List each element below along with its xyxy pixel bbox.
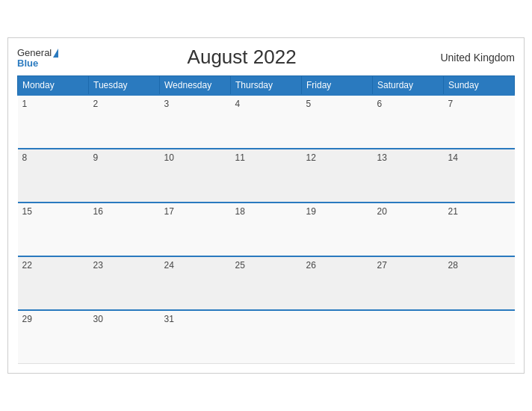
day-number: 26 <box>306 260 316 271</box>
day-number: 11 <box>235 152 245 163</box>
day-number: 7 <box>448 99 454 109</box>
day-number: 19 <box>306 206 316 217</box>
calendar-day-cell: 29 <box>18 310 89 364</box>
logo: General Blue <box>17 46 58 69</box>
calendar-day-cell: 16 <box>89 203 160 256</box>
calendar-day-cell <box>373 310 444 364</box>
calendar-day-cell: 11 <box>231 149 302 203</box>
day-number: 6 <box>377 99 383 109</box>
calendar-day-cell: 8 <box>18 149 89 203</box>
calendar-day-cell: 5 <box>302 95 373 149</box>
calendar-day-cell: 3 <box>160 95 231 149</box>
day-number: 2 <box>93 99 99 109</box>
calendar-day-cell: 15 <box>18 203 89 256</box>
day-number: 3 <box>164 99 170 109</box>
day-number: 30 <box>93 314 103 324</box>
calendar-day-cell: 27 <box>373 256 444 310</box>
day-number: 18 <box>235 206 245 217</box>
weekday-header-tuesday: Tuesday <box>89 75 160 95</box>
calendar-day-cell: 6 <box>373 95 444 149</box>
calendar-day-cell: 14 <box>444 149 515 203</box>
calendar-container: General Blue August 2022 United Kingdom … <box>7 37 525 374</box>
weekday-header-friday: Friday <box>302 75 373 95</box>
calendar-day-cell <box>231 310 302 364</box>
calendar-week-row: 891011121314 <box>18 149 515 203</box>
calendar-week-row: 15161718192021 <box>18 203 515 256</box>
weekday-header-monday: Monday <box>18 75 89 95</box>
day-number: 9 <box>93 152 99 163</box>
calendar-week-row: 22232425262728 <box>18 256 515 310</box>
weekday-header-saturday: Saturday <box>373 75 444 95</box>
day-number: 28 <box>448 260 458 271</box>
calendar-day-cell: 21 <box>444 203 515 256</box>
calendar-week-row: 1234567 <box>18 95 515 149</box>
day-number: 31 <box>164 314 174 324</box>
calendar-day-cell: 9 <box>89 149 160 203</box>
day-number: 23 <box>93 260 103 271</box>
logo-blue-text: Blue <box>17 58 38 69</box>
logo-general-text: General <box>17 46 58 59</box>
calendar-day-cell: 4 <box>231 95 302 149</box>
logo-triangle-icon <box>53 49 58 58</box>
calendar-region: United Kingdom <box>425 52 515 64</box>
day-number: 15 <box>22 206 32 217</box>
day-number: 16 <box>93 206 103 217</box>
day-number: 14 <box>448 152 458 163</box>
calendar-day-cell: 10 <box>160 149 231 203</box>
calendar-title: August 2022 <box>58 46 425 69</box>
calendar-day-cell: 13 <box>373 149 444 203</box>
calendar-week-row: 293031 <box>18 310 515 364</box>
day-number: 5 <box>306 99 312 109</box>
calendar-day-cell: 7 <box>444 95 515 149</box>
calendar-day-cell: 12 <box>302 149 373 203</box>
day-number: 21 <box>448 206 458 217</box>
calendar-day-cell: 22 <box>18 256 89 310</box>
weekday-header-sunday: Sunday <box>444 75 515 95</box>
calendar-day-cell: 23 <box>89 256 160 310</box>
day-number: 13 <box>377 152 387 163</box>
calendar-day-cell: 19 <box>302 203 373 256</box>
day-number: 8 <box>22 152 28 163</box>
calendar-grid: MondayTuesdayWednesdayThursdayFridaySatu… <box>17 75 515 365</box>
calendar-day-cell: 20 <box>373 203 444 256</box>
calendar-day-cell <box>302 310 373 364</box>
calendar-day-cell: 1 <box>18 95 89 149</box>
day-number: 25 <box>235 260 245 271</box>
calendar-day-cell: 30 <box>89 310 160 364</box>
calendar-day-cell: 25 <box>231 256 302 310</box>
day-number: 24 <box>164 260 174 271</box>
day-number: 22 <box>22 260 32 271</box>
calendar-day-cell: 26 <box>302 256 373 310</box>
calendar-day-cell: 2 <box>89 95 160 149</box>
day-number: 29 <box>22 314 32 324</box>
calendar-day-cell: 31 <box>160 310 231 364</box>
calendar-day-cell: 24 <box>160 256 231 310</box>
calendar-weekdays-header: MondayTuesdayWednesdayThursdayFridaySatu… <box>18 75 515 95</box>
day-number: 1 <box>22 99 28 109</box>
day-number: 17 <box>164 206 174 217</box>
day-number: 4 <box>235 99 241 109</box>
calendar-day-cell: 18 <box>231 203 302 256</box>
day-number: 20 <box>377 206 387 217</box>
day-number: 12 <box>306 152 316 163</box>
day-number: 10 <box>164 152 174 163</box>
day-number: 27 <box>377 260 387 271</box>
calendar-day-cell <box>444 310 515 364</box>
calendar-header: General Blue August 2022 United Kingdom <box>17 46 515 69</box>
calendar-body: 1234567891011121314151617181920212223242… <box>18 95 515 364</box>
weekday-header-thursday: Thursday <box>231 75 302 95</box>
weekday-header-wednesday: Wednesday <box>160 75 231 95</box>
calendar-day-cell: 28 <box>444 256 515 310</box>
calendar-day-cell: 17 <box>160 203 231 256</box>
